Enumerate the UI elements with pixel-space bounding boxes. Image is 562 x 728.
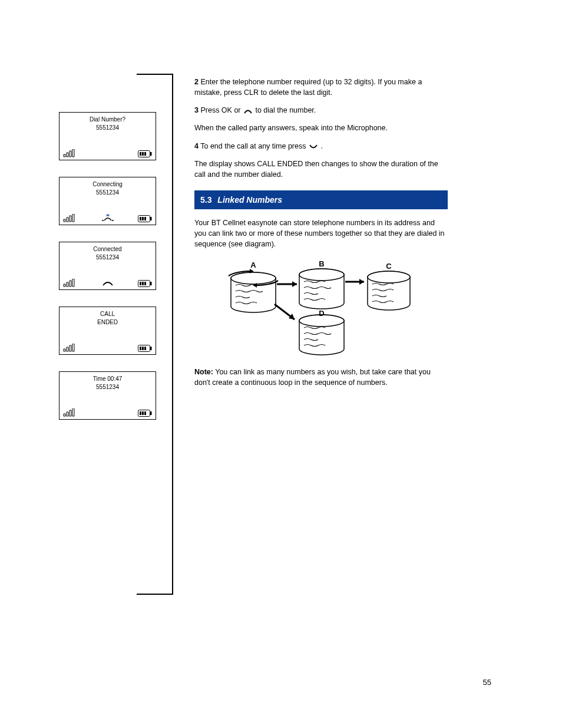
screen-line2: 5551234 [64,254,151,261]
hook-icon [100,278,116,288]
svg-point-31 [231,272,276,284]
screen-line2: 5551234 [64,384,151,391]
svg-marker-35 [292,281,297,287]
rule-bottom-horizontal [137,594,172,595]
signal-icon [63,279,75,287]
diagram-label-c: C [386,262,392,271]
screen-line1: Connected [64,246,151,253]
screen-line2: 5551234 [64,124,151,131]
diagram-label-d: D [319,309,324,318]
signal-icon [63,344,75,352]
main-content: 2 Enter the telephone number required (u… [194,77,448,395]
rule-top-horizontal [137,74,172,75]
step-4-body: The display shows CALL ENDED then change… [194,159,448,180]
svg-rect-17 [140,282,141,285]
diagram-label-b: B [319,259,324,268]
screen-connected: Connected 5551234 [59,242,156,290]
step-text-a: To end the call at any time press [200,142,308,150]
svg-rect-14 [144,217,146,220]
screen-line1: Dial Number? [64,116,151,123]
step-number: 3 [194,106,199,114]
note-label: Note: [194,368,213,376]
screen-line2: ENDED [64,319,151,326]
section-number: 5.3 [200,195,211,205]
svg-marker-39 [359,279,364,285]
svg-rect-29 [144,411,146,415]
screen-call-ended: CALL ENDED [59,307,156,355]
step-4: 4 To end the call at any time press . [194,141,448,151]
screen-dial-number: Dial Number? 5551234 [59,112,156,160]
svg-rect-23 [142,347,144,350]
screen-time: Time 00:47 5551234 [59,371,156,420]
svg-rect-27 [140,411,141,415]
svg-rect-24 [144,347,146,350]
svg-point-37 [299,269,344,281]
battery-icon [138,410,152,417]
screen-line1: CALL [64,311,151,318]
svg-rect-12 [140,217,141,220]
battery-icon [138,215,152,222]
step-3: 3 Press OK or to dial the number. [194,105,448,116]
battery-icon [138,280,152,287]
section-note: Note: You can link as many numbers as yo… [194,367,448,388]
rule-vertical [172,74,173,595]
svg-rect-3 [142,152,144,156]
svg-rect-19 [144,282,146,285]
step-text-b: . [320,142,322,150]
step-number: 4 [194,142,199,150]
svg-rect-13 [142,217,144,220]
svg-rect-26 [150,411,152,415]
svg-rect-21 [150,347,152,350]
step-text-a: Press OK or [200,106,243,114]
svg-rect-18 [142,282,144,285]
battery-icon [138,150,152,157]
step-text-b: to dial the number. [255,106,316,114]
svg-rect-11 [150,217,152,220]
sidebar-screens: Dial Number? 5551234 Connecting 5551234 [59,112,159,436]
svg-rect-2 [140,152,141,156]
svg-rect-28 [142,411,144,415]
step-text: Enter the telephone number required (up … [194,78,422,97]
step-number: 2 [194,78,199,86]
screen-line2: 5551234 [64,189,151,196]
svg-rect-16 [150,282,152,285]
svg-rect-4 [144,152,146,156]
signal-icon [63,149,75,157]
page-number: 55 [483,678,491,687]
svg-rect-22 [140,347,141,350]
screen-line1: Connecting [64,181,151,188]
step-2: 2 Enter the telephone number required (u… [194,77,448,98]
diagram-label-a: A [250,261,256,269]
screen-connecting: Connecting 5551234 [59,177,156,225]
screen-line1: Time 00:47 [64,375,151,383]
hook-flash-icon [100,213,116,223]
svg-point-41 [368,271,410,283]
note-text: You can link as many numbers as you wish… [194,368,431,387]
call-key-icon [243,107,253,115]
step-3-body: When the called party answers, speak int… [194,123,448,133]
signal-icon [63,409,75,417]
svg-line-8 [108,215,109,216]
svg-line-7 [107,215,107,216]
svg-rect-1 [150,152,152,156]
section-heading: 5.3 Linked Numbers [194,190,448,209]
end-key-icon [308,142,319,150]
section-title: Linked Numbers [217,195,282,205]
linked-numbers-diagram: A B C D [218,258,412,358]
battery-icon [138,345,152,352]
signal-icon [63,214,75,222]
section-body-1: Your BT Cellnet easynote can store telep… [194,218,448,249]
